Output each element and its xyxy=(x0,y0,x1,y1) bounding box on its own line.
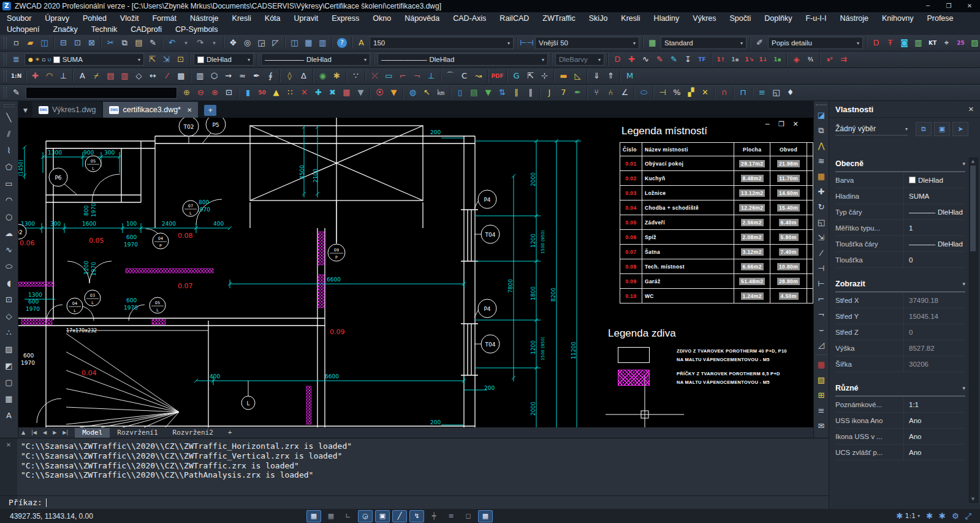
line-divide-button[interactable]: ⁄ xyxy=(160,69,174,83)
menu-okno[interactable]: Okno xyxy=(366,13,398,24)
model-space-button[interactable]: ◫ xyxy=(287,36,302,50)
zoom-realtime-button[interactable]: ◎ xyxy=(240,36,254,50)
menu-vykres[interactable]: Výkres xyxy=(686,13,723,24)
quick-select-button[interactable]: ⧉ xyxy=(916,122,932,136)
mirror-tool[interactable]: ⋀ xyxy=(815,138,828,153)
maximize-button[interactable]: ❐ xyxy=(938,0,959,12)
layout-tab-[interactable]: + xyxy=(221,428,240,438)
pan-button[interactable]: ✥ xyxy=(226,36,240,50)
sheet-set-button[interactable]: ▥ xyxy=(316,36,330,50)
open-file-button[interactable]: ▰ xyxy=(23,36,37,50)
zwtraffic-profile-button[interactable]: ∿ xyxy=(639,53,653,66)
snap-corner1-button[interactable]: ⌐ xyxy=(396,69,410,83)
remove-sign-button[interactable]: ✖ xyxy=(325,86,340,99)
lineweight-combo[interactable]: ——————— DleHlad ▾ xyxy=(378,53,548,66)
property-value[interactable]: DleHlad xyxy=(904,177,965,184)
property-value[interactable]: ————DleHlad xyxy=(904,208,965,216)
ortho-toggle[interactable]: ∟ xyxy=(341,510,355,522)
scale-1n-button[interactable]: 1:N xyxy=(9,69,23,83)
zwtraffic-km-button[interactable]: 1▪ xyxy=(728,53,742,66)
break-point-tool[interactable]: ⌐ xyxy=(815,291,828,307)
distance-button[interactable]: ↔ xyxy=(146,69,160,83)
settings-button[interactable]: ⚙ xyxy=(952,511,959,521)
trim-tool[interactable]: ⊣ xyxy=(815,261,828,276)
layout-nav-icon[interactable]: ▲ xyxy=(18,430,28,435)
pipe-tools-button[interactable]: ⊥ xyxy=(56,69,70,83)
menu-upravy[interactable]: Úpravy xyxy=(38,13,76,24)
property-value[interactable]: 1 xyxy=(904,224,965,232)
fence-button[interactable]: ▥ xyxy=(193,69,207,83)
stairs-tool[interactable]: ≡ xyxy=(815,403,828,418)
menu-zwtraffic[interactable]: ZWTraffic xyxy=(536,13,582,24)
scrollbar-thumb[interactable] xyxy=(970,166,976,251)
scroll-down-arrow[interactable]: ▼ xyxy=(970,497,976,502)
minimize-button[interactable]: ─ xyxy=(917,0,938,12)
erase-tool[interactable]: ◪ xyxy=(815,107,828,123)
km-scale-button[interactable]: ㎞ xyxy=(434,86,448,99)
menu-express[interactable]: Express xyxy=(325,13,366,24)
match-properties-button[interactable]: ✎ xyxy=(146,36,160,50)
layout-space-button[interactable]: ▦ xyxy=(302,36,316,50)
menu-znacky[interactable]: Značky xyxy=(47,24,85,35)
sign-palette-button[interactable]: ▦ xyxy=(340,86,354,99)
drawing-canvas[interactable]: 2001300900300(1450)130030016001002400400… xyxy=(18,118,813,427)
array-tool[interactable]: ▦ xyxy=(815,169,828,184)
attribute-edit-button[interactable]: A xyxy=(75,69,89,83)
cadprofi-kt-button[interactable]: KT xyxy=(925,36,940,50)
ucs-move-button[interactable]: ⇱ xyxy=(523,69,537,83)
region-tool[interactable]: ▢ xyxy=(2,374,17,391)
plot-button[interactable]: ⊟ xyxy=(56,36,70,50)
layer-previous-button[interactable]: ⇱ xyxy=(145,53,159,66)
polar-toggle[interactable]: ◶ xyxy=(358,510,373,522)
annotation-autoscale-button[interactable]: ✱ xyxy=(939,511,946,521)
layer-up-button[interactable]: ⇑ xyxy=(604,69,618,83)
menu-kota[interactable]: Kóta xyxy=(258,13,287,24)
chamfer-tool[interactable]: ◿ xyxy=(815,337,828,353)
plot-style-combo[interactable]: DleBarvy ▾ xyxy=(555,53,604,66)
branch-button[interactable]: ⌿ xyxy=(89,69,104,83)
zwtraffic-km-diag-button[interactable]: 1↘ xyxy=(742,53,756,66)
cadprofi-architectural-button[interactable]: D xyxy=(869,36,883,50)
points-button[interactable]: ∵ xyxy=(349,69,363,83)
gantry-button[interactable]: ⊓ xyxy=(736,86,750,99)
annotation-visibility-button[interactable]: ✱ xyxy=(926,511,933,521)
help-button[interactable]: ? xyxy=(337,38,347,48)
swath-button[interactable]: ✕ xyxy=(698,86,712,99)
menu-uchopeni[interactable]: Uchopení xyxy=(0,24,47,35)
layer-combo[interactable]: ● ☀ ▫ ∪ SUMA ▾ xyxy=(25,53,144,66)
osnap-toggle[interactable]: ▣ xyxy=(375,510,390,522)
viewport-restore-button[interactable]: ❐ xyxy=(777,120,786,128)
road-sign-button[interactable]: ⑃ xyxy=(604,86,618,99)
zwtraffic-ratio-button[interactable]: ²⁄₁ xyxy=(803,53,818,66)
dim-style-combo[interactable]: Vnější 50 ▾ xyxy=(535,37,639,49)
snap-rect-button[interactable]: ▭ xyxy=(382,69,396,83)
gradient-tool[interactable]: ◩ xyxy=(2,357,17,374)
publish-button[interactable]: ⊠ xyxy=(85,36,99,50)
polygon-tool[interactable]: ⬠ xyxy=(2,159,17,175)
sign-funnel-button[interactable]: ▼ xyxy=(481,86,495,99)
toolbar-text-input[interactable] xyxy=(26,87,177,99)
zwtraffic-merge-button[interactable]: ⇉ xyxy=(837,53,851,66)
menu-technik[interactable]: Technik xyxy=(85,24,124,35)
window-symbol-tool[interactable]: ⊞ xyxy=(815,387,828,403)
zwtraffic-edit-red-button[interactable]: ✎ xyxy=(653,53,667,66)
ruler-button[interactable]: ▬ xyxy=(556,69,571,83)
fillet-tool[interactable]: ⌣ xyxy=(815,322,828,337)
layout-nav-icon[interactable]: ▶ xyxy=(50,430,59,435)
copy-tool[interactable]: ⧉ xyxy=(815,123,828,138)
property-value[interactable]: ————DleHlad xyxy=(904,240,965,248)
traffic-light-button[interactable]: ⦿ xyxy=(373,86,387,99)
scale-tool[interactable]: ◱ xyxy=(815,215,828,230)
annotation-monitor-toggle[interactable]: ▦ xyxy=(478,510,493,522)
menu-spocti[interactable]: Spočti xyxy=(723,13,758,24)
construction-line-tool[interactable]: ⫽ xyxy=(2,126,17,142)
cadprofi-scale-25-button[interactable]: 25 xyxy=(954,36,968,50)
layer-manager-button[interactable]: ≣ xyxy=(9,53,23,66)
roundabout-button[interactable]: ◍ xyxy=(406,86,420,99)
menu-hladiny[interactable]: Hladiny xyxy=(647,13,686,24)
lane-lines-button[interactable]: ‖ xyxy=(509,86,523,99)
road-fork-button[interactable]: ⑂ xyxy=(590,86,604,99)
table-style-combo[interactable]: Standard ▾ xyxy=(661,37,746,49)
layer-isolate-button[interactable]: ⊡ xyxy=(173,53,188,66)
menu-vlozit[interactable]: Vložit xyxy=(113,13,146,24)
